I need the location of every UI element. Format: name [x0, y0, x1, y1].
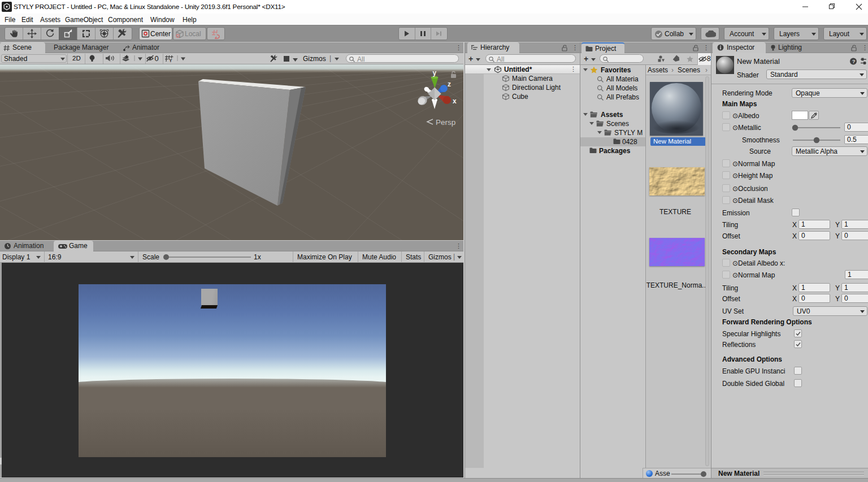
svg-text:Persp: Persp [436, 118, 455, 127]
svg-text:0: 0 [155, 54, 159, 63]
svg-text:x: x [453, 97, 457, 105]
svg-text:?: ? [852, 58, 856, 64]
svg-text:Y: Y [169, 58, 172, 63]
svg-text:y: y [433, 69, 437, 77]
svg-text:z: z [448, 80, 451, 88]
